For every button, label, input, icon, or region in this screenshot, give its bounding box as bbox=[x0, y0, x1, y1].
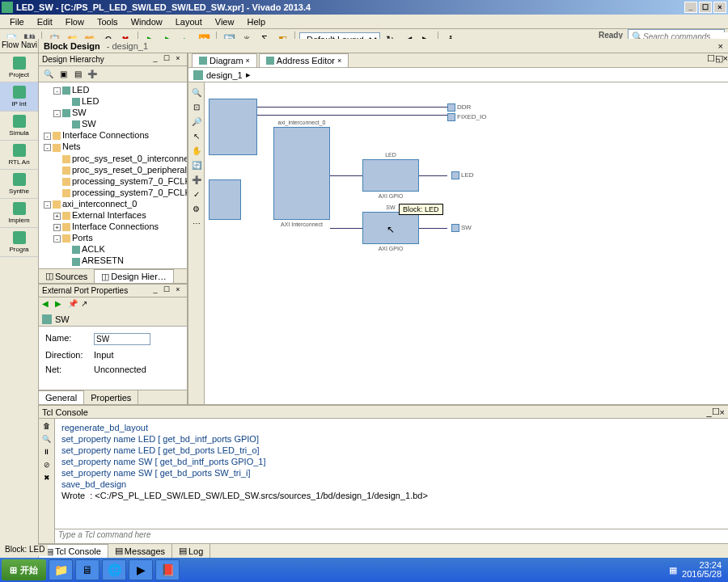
tree-item[interactable]: +Interface Connections bbox=[40, 221, 185, 232]
tray-lang-icon[interactable]: ▦ bbox=[669, 565, 677, 576]
diagram-float-icon[interactable]: ◱ bbox=[715, 53, 723, 67]
tree-item[interactable]: processing_system7_0_FCLK_RESE bbox=[40, 187, 185, 198]
tree-item[interactable]: proc_sys_reset_0_interconnect_ bbox=[40, 153, 185, 164]
tcl-output[interactable]: regenerate_bd_layoutset_property name LE… bbox=[55, 419, 728, 529]
tab-sources[interactable]: ◫Sources bbox=[39, 269, 95, 283]
bd-block-led_gpio[interactable]: LEDAXI GPIO bbox=[362, 159, 419, 192]
tab-log[interactable]: ▤ Log bbox=[172, 544, 210, 558]
props-max-icon[interactable]: ☐ bbox=[161, 285, 172, 297]
flow-nav-item-implem[interactable]: Implem bbox=[0, 199, 38, 228]
task-desktop[interactable]: 🖥 bbox=[75, 559, 99, 580]
tcl-pause-icon[interactable]: ⏸ bbox=[41, 446, 53, 458]
system-tray[interactable]: ▦ 23:24 2016/5/28 bbox=[669, 561, 726, 579]
tcl-input[interactable] bbox=[58, 530, 725, 539]
hierarchy-min-icon[interactable]: _ bbox=[150, 54, 161, 65]
hier-collapse-icon[interactable]: ▣ bbox=[57, 68, 70, 81]
breadcrumb[interactable]: design_1 bbox=[206, 70, 243, 80]
pal-add-icon[interactable]: ➕ bbox=[190, 173, 203, 186]
flow-nav-item-synthe[interactable]: Synthe bbox=[0, 170, 38, 199]
tree-item[interactable]: ACLK bbox=[40, 243, 185, 255]
props-sel-icon[interactable]: ↗ bbox=[81, 299, 92, 310]
props-close-icon[interactable]: × bbox=[172, 285, 184, 297]
diagram-max-icon[interactable]: ☐ bbox=[707, 53, 715, 67]
tcl-clear-icon[interactable]: 🗑 bbox=[41, 420, 53, 432]
diagram-close-icon[interactable]: × bbox=[723, 53, 728, 67]
tree-item[interactable]: -Nets bbox=[40, 141, 185, 152]
ext-port-ddr[interactable]: DDR bbox=[447, 103, 471, 112]
tree-item[interactable]: SW bbox=[40, 118, 185, 129]
menu-layout[interactable]: Layout bbox=[169, 15, 209, 28]
diagram-tab-close[interactable]: × bbox=[246, 57, 250, 65]
flow-nav-item-simula[interactable]: Simula bbox=[0, 112, 38, 141]
flow-nav-item-project[interactable]: Project bbox=[0, 53, 38, 82]
props-back-icon[interactable]: ◀ bbox=[42, 299, 53, 310]
tcl-stop-icon[interactable]: ⊘ bbox=[41, 459, 53, 470]
diagram-canvas[interactable]: axi_interconnect_0AXI InterconnectLEDAXI… bbox=[205, 82, 728, 404]
tree-item[interactable]: -Interface Connections bbox=[40, 129, 185, 141]
flow-nav-item-rtl an[interactable]: RTL An bbox=[0, 141, 38, 170]
ext-port-fixed_io[interactable]: FIXED_IO bbox=[447, 113, 486, 121]
pal-valid-icon[interactable]: ✓ bbox=[190, 188, 203, 200]
pal-magnify-icon[interactable]: 🔎 bbox=[190, 115, 203, 128]
task-pdf[interactable]: 📕 bbox=[155, 559, 180, 580]
close-button[interactable]: × bbox=[713, 2, 726, 13]
tcl-find-icon[interactable]: 🔍 bbox=[41, 433, 53, 445]
ext-port-led[interactable]: LED bbox=[451, 171, 474, 179]
pal-opt-icon[interactable]: ⚙ bbox=[190, 202, 203, 215]
menu-edit[interactable]: Edit bbox=[31, 15, 59, 28]
tree-item[interactable]: processing_system7_0_FCLK_CLK0 bbox=[40, 175, 185, 187]
tree-item[interactable]: proc_sys_reset_0_peripheral_ar bbox=[40, 164, 185, 175]
hierarchy-tree[interactable]: -LEDLED-SWSW-Interface Connections-Netsp… bbox=[39, 82, 187, 268]
props-pin-icon[interactable]: 📌 bbox=[68, 299, 79, 310]
menu-view[interactable]: View bbox=[209, 15, 241, 28]
tree-item[interactable]: -Ports bbox=[40, 232, 185, 243]
flow-nav-item-ip int[interactable]: IP Int bbox=[0, 82, 38, 112]
address-tab-close[interactable]: × bbox=[337, 57, 341, 65]
tcl-close-icon[interactable]: × bbox=[720, 407, 725, 417]
pal-fit-icon[interactable]: ⊡ bbox=[190, 100, 203, 113]
ext-port-sw[interactable]: SW bbox=[451, 224, 472, 232]
tab-tcl-console[interactable]: ▤ Tcl Console bbox=[39, 544, 108, 558]
tab-messages[interactable]: ▤ Messages bbox=[108, 544, 172, 558]
tcl-cancel-icon[interactable]: ✖ bbox=[41, 472, 53, 483]
pal-regen-icon[interactable]: 🔄 bbox=[190, 158, 203, 171]
props-fwd-icon[interactable]: ▶ bbox=[55, 299, 66, 310]
tab-properties[interactable]: Properties bbox=[84, 390, 138, 404]
tab-design-hier[interactable]: ◫Design Hier… bbox=[95, 269, 173, 283]
tree-item[interactable]: -SW bbox=[40, 107, 185, 118]
bd-block-ps7[interactable] bbox=[209, 99, 257, 155]
menu-tools[interactable]: Tools bbox=[91, 15, 125, 28]
menu-file[interactable]: File bbox=[3, 15, 31, 28]
pal-more-icon[interactable]: ⋯ bbox=[190, 217, 203, 230]
pal-select-icon[interactable]: ↖ bbox=[190, 129, 203, 142]
start-button[interactable]: ⊞开始 bbox=[2, 559, 46, 580]
menu-help[interactable]: Help bbox=[240, 15, 272, 28]
tree-item[interactable]: -axi_interconnect_0 bbox=[40, 198, 185, 209]
task-vivado[interactable]: ▶ bbox=[129, 559, 153, 580]
tcl-max-icon[interactable]: ☐ bbox=[712, 407, 720, 417]
bd-block-axi_interconnect[interactable]: axi_interconnect_0AXI Interconnect bbox=[273, 127, 330, 220]
task-chrome[interactable]: 🌐 bbox=[102, 559, 126, 580]
hier-add-icon[interactable]: ➕ bbox=[86, 68, 99, 81]
prop-name-input[interactable] bbox=[94, 333, 150, 345]
hier-expand-icon[interactable]: ▤ bbox=[71, 68, 84, 81]
hierarchy-max-icon[interactable]: ☐ bbox=[161, 54, 172, 65]
tree-item[interactable]: ARESETN bbox=[40, 255, 185, 266]
menu-flow[interactable]: Flow bbox=[59, 15, 91, 28]
bd-block-proc_reset[interactable] bbox=[209, 179, 241, 220]
tree-item[interactable]: -LED bbox=[40, 84, 185, 95]
pal-pan-icon[interactable]: ✋ bbox=[190, 144, 203, 157]
block-design-close[interactable]: × bbox=[718, 41, 723, 51]
props-min-icon[interactable]: _ bbox=[150, 285, 161, 297]
tree-item[interactable]: LED bbox=[40, 95, 185, 107]
maximize-button[interactable]: ☐ bbox=[699, 2, 712, 13]
menu-window[interactable]: Window bbox=[125, 15, 169, 28]
minimize-button[interactable]: _ bbox=[684, 2, 697, 13]
tab-general[interactable]: General bbox=[39, 390, 84, 404]
flow-nav-item-progra[interactable]: Progra bbox=[0, 228, 38, 257]
task-explorer[interactable]: 📁 bbox=[49, 559, 73, 580]
tab-address-editor[interactable]: Address Editor × bbox=[259, 53, 349, 67]
tab-diagram[interactable]: Diagram × bbox=[192, 53, 257, 67]
hierarchy-close-icon[interactable]: × bbox=[172, 54, 184, 65]
hier-find-icon[interactable]: 🔍 bbox=[42, 68, 55, 81]
